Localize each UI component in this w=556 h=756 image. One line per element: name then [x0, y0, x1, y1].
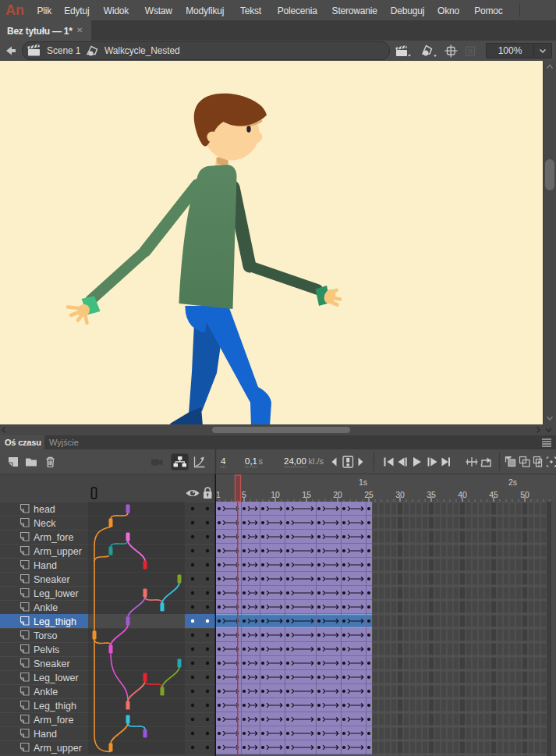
svg-text:2s: 2s — [508, 477, 517, 487]
svg-text:head: head — [34, 504, 55, 515]
svg-text:Sneaker: Sneaker — [34, 658, 70, 669]
svg-text:Arm_fore: Arm_fore — [34, 715, 73, 726]
svg-text:30: 30 — [395, 490, 405, 499]
svg-text:35: 35 — [427, 490, 436, 499]
svg-text:Torso: Torso — [34, 630, 58, 641]
svg-text:Leg_lower: Leg_lower — [34, 673, 79, 683]
svg-text:Arm_fore: Arm_fore — [34, 532, 73, 543]
svg-text:Leg_lower: Leg_lower — [34, 588, 79, 599]
svg-text:1: 1 — [216, 490, 221, 499]
svg-text:Pelvis: Pelvis — [34, 644, 59, 655]
svg-text:1s: 1s — [359, 477, 367, 487]
svg-text:kl./s: kl./s — [309, 456, 324, 466]
svg-text:25: 25 — [364, 490, 374, 499]
svg-text:Leg_thigh: Leg_thigh — [34, 616, 76, 627]
svg-text:0,1: 0,1 — [245, 456, 257, 466]
svg-text:20: 20 — [333, 490, 342, 499]
svg-text:Neck: Neck — [34, 518, 56, 529]
svg-text:45: 45 — [489, 490, 498, 499]
svg-text:15: 15 — [302, 490, 311, 499]
svg-text:50: 50 — [520, 490, 529, 499]
svg-text:Arm_upper: Arm_upper — [34, 743, 82, 754]
svg-text:Ankle: Ankle — [34, 687, 58, 697]
svg-text:4: 4 — [221, 456, 226, 466]
svg-text:40: 40 — [458, 490, 467, 499]
svg-text:24,00: 24,00 — [284, 456, 306, 466]
svg-text:10: 10 — [271, 490, 280, 499]
svg-text:Sneaker: Sneaker — [34, 574, 70, 585]
svg-text:Hand: Hand — [34, 560, 57, 571]
svg-text:Ankle: Ankle — [34, 602, 58, 613]
svg-text:Leg_thigh: Leg_thigh — [34, 701, 76, 712]
svg-text:Hand: Hand — [34, 729, 57, 740]
svg-text:s: s — [259, 456, 264, 466]
svg-text:Arm_upper: Arm_upper — [34, 546, 82, 557]
svg-text:5: 5 — [242, 490, 246, 499]
